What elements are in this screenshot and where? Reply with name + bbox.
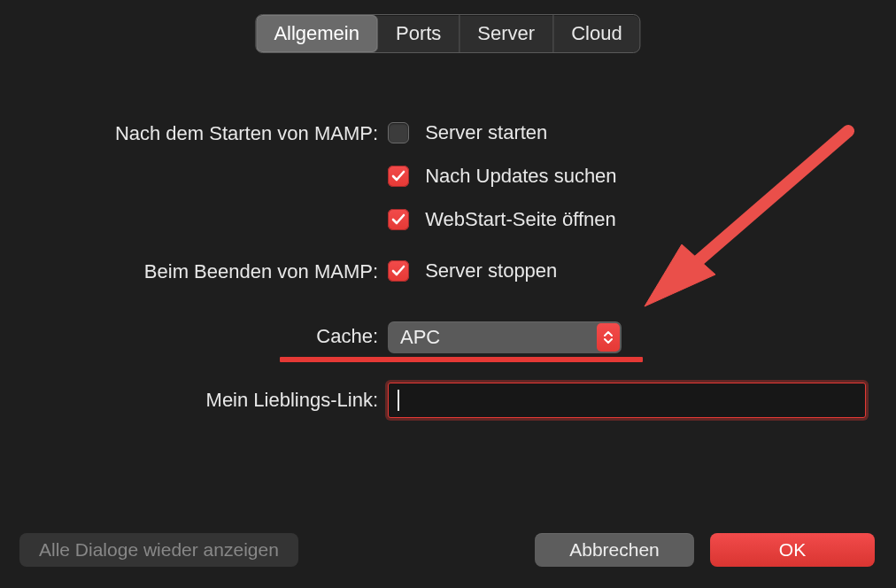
ok-button-label: OK	[779, 539, 806, 561]
check-icon	[390, 212, 406, 228]
label-cache: Cache:	[42, 325, 378, 348]
checkbox-check-updates-label: Nach Updates suchen	[425, 165, 616, 188]
tab-label: Cloud	[571, 22, 622, 44]
input-favlink[interactable]	[388, 383, 866, 418]
cancel-button-label: Abbrechen	[569, 539, 660, 561]
tab-label: Allgemein	[274, 22, 359, 44]
tab-label: Ports	[396, 22, 441, 44]
text-caret	[398, 390, 399, 411]
tab-allgemein[interactable]: Allgemein	[256, 15, 378, 52]
checkbox-open-webstart[interactable]	[388, 209, 409, 230]
label-favlink: Mein Lieblings-Link:	[42, 389, 378, 412]
tab-ports[interactable]: Ports	[378, 15, 460, 52]
svg-marker-1	[645, 244, 715, 306]
checkbox-start-server[interactable]	[388, 122, 409, 143]
tab-server[interactable]: Server	[460, 15, 553, 52]
cancel-button[interactable]: Abbrechen	[535, 533, 694, 567]
select-stepper-icon	[597, 323, 620, 352]
checkbox-check-updates[interactable]	[388, 166, 409, 187]
annotation-arrow	[627, 113, 875, 335]
check-icon	[390, 263, 406, 279]
select-cache-value: APC	[400, 326, 440, 349]
checkbox-start-server-label: Server starten	[425, 121, 547, 144]
button-show-dialogs: Alle Dialoge wieder anzeigen	[19, 533, 298, 567]
tab-label: Server	[477, 22, 535, 44]
tab-bar: Allgemein Ports Server Cloud	[255, 14, 640, 53]
ok-button[interactable]: OK	[710, 533, 875, 567]
checkbox-stop-server-label: Server stoppen	[425, 259, 557, 282]
label-on-quit: Beim Beenden von MAMP:	[42, 260, 378, 283]
tab-cloud[interactable]: Cloud	[553, 15, 639, 52]
checkbox-open-webstart-label: WebStart-Seite öffnen	[425, 208, 616, 231]
check-icon	[390, 168, 406, 184]
label-on-start: Nach dem Starten von MAMP:	[42, 122, 378, 145]
annotation-underline	[280, 357, 643, 362]
button-show-dialogs-label: Alle Dialoge wieder anzeigen	[39, 539, 279, 561]
checkbox-stop-server[interactable]	[388, 260, 409, 282]
svg-line-0	[684, 131, 848, 273]
select-cache[interactable]: APC	[388, 321, 622, 353]
